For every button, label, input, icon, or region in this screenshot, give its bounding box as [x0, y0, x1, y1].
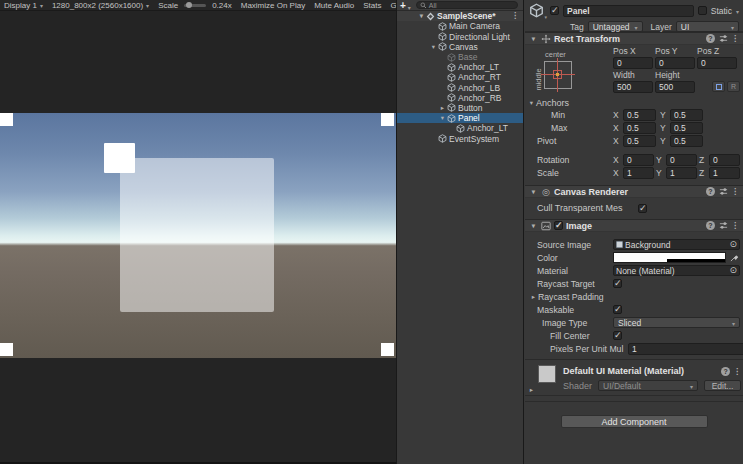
foldout-icon[interactable]	[529, 293, 538, 301]
anchors-foldout[interactable]: Anchors	[525, 97, 743, 108]
hierarchy-item-panel-selected[interactable]: Panel	[397, 113, 523, 123]
pos-y-field[interactable]	[655, 57, 695, 69]
material-object-field[interactable]: None (Material)	[613, 265, 740, 276]
gameobject-icon[interactable]: ▾	[529, 3, 546, 18]
component-menu-icon[interactable]	[731, 221, 739, 230]
width-field[interactable]	[613, 81, 653, 93]
hierarchy-search-input[interactable]: All	[416, 1, 518, 9]
foldout-icon[interactable]	[429, 43, 438, 51]
foldout-icon[interactable]	[417, 12, 426, 20]
rotation-y-field[interactable]	[666, 154, 697, 166]
raw-edit-mode-button[interactable]: R	[727, 81, 740, 92]
hierarchy-item-anchor-lt[interactable]: Anchor_LT	[397, 62, 523, 72]
display-dropdown[interactable]: Display 1	[4, 1, 43, 10]
hierarchy-item-canvas[interactable]: Canvas	[397, 42, 523, 52]
game-render-frame	[0, 113, 396, 358]
hierarchy-item-main-camera[interactable]: Main Camera	[397, 21, 523, 31]
material-title: Default UI Material (Material)	[563, 366, 718, 376]
maximize-on-play-button[interactable]: Maximize On Play	[241, 1, 305, 10]
mute-audio-button[interactable]: Mute Audio	[314, 1, 354, 10]
hierarchy-item-button[interactable]: Button	[397, 103, 523, 113]
blueprint-mode-button[interactable]	[712, 81, 725, 92]
fill-center-checkbox[interactable]	[613, 331, 622, 340]
resolution-dropdown[interactable]: 1280_800x2 (2560x1600)	[52, 1, 149, 10]
help-icon[interactable]	[706, 221, 715, 230]
add-component-button[interactable]: Add Component	[561, 415, 708, 428]
hierarchy-item-anchor-rb[interactable]: Anchor_RB	[397, 93, 523, 103]
scale-slider-knob[interactable]	[186, 2, 192, 8]
hierarchy-scene-row[interactable]: SampleScene*	[397, 11, 523, 21]
help-icon[interactable]	[721, 367, 730, 376]
anchor-max-y-field[interactable]	[670, 122, 703, 134]
object-picker-icon[interactable]	[729, 266, 737, 275]
rotation-z-field[interactable]	[709, 154, 740, 166]
anchor-lb-image	[0, 343, 13, 356]
hierarchy-item-anchor-rt[interactable]: Anchor_RT	[397, 72, 523, 82]
create-button[interactable]: +	[400, 1, 406, 10]
scale-z-field[interactable]	[709, 167, 740, 179]
tag-dropdown[interactable]: Untagged	[588, 21, 643, 32]
scale-y-field[interactable]	[666, 167, 697, 179]
shader-dropdown[interactable]: UI/Default	[598, 380, 698, 391]
component-menu-icon[interactable]	[731, 34, 739, 43]
scene-menu-icon[interactable]	[511, 11, 519, 20]
color-swatch[interactable]	[613, 252, 726, 263]
maskable-checkbox[interactable]	[613, 305, 622, 314]
static-dropdown-icon[interactable]	[736, 6, 739, 16]
anchor-max-x-field[interactable]	[623, 122, 656, 134]
pivot-y-field[interactable]	[670, 135, 703, 147]
pivot-x-field[interactable]	[623, 135, 656, 147]
active-checkbox[interactable]	[550, 6, 559, 15]
object-picker-icon[interactable]	[729, 240, 737, 249]
pos-x-field[interactable]	[613, 57, 653, 69]
source-image-object-field[interactable]: Background	[613, 239, 740, 250]
name-field[interactable]	[563, 5, 694, 17]
layer-dropdown[interactable]: UI	[676, 21, 739, 32]
min-label: Min	[551, 110, 613, 120]
scale-x-field[interactable]	[623, 167, 654, 179]
image-enabled-checkbox[interactable]	[554, 221, 563, 230]
foldout-icon[interactable]	[527, 386, 536, 394]
foldout-icon[interactable]	[529, 35, 538, 43]
scale-slider[interactable]	[184, 4, 206, 7]
help-icon[interactable]	[706, 34, 715, 43]
hierarchy-item-base[interactable]: Base	[397, 52, 523, 62]
gameobject-cube-icon	[447, 63, 456, 72]
pos-z-field[interactable]	[697, 57, 737, 69]
foldout-icon[interactable]	[438, 104, 447, 112]
stats-button[interactable]: Stats	[363, 1, 381, 10]
material-menu-icon[interactable]	[733, 367, 741, 376]
anchor-min-x-field[interactable]	[623, 109, 656, 121]
component-title: Canvas Renderer	[554, 187, 703, 197]
material-thumbnail[interactable]	[538, 365, 556, 383]
fill-center-label: Fill Center	[550, 331, 613, 341]
foldout-icon[interactable]	[529, 222, 538, 230]
cull-transparent-mesh-checkbox[interactable]	[638, 204, 647, 213]
pixels-per-unit-field[interactable]	[628, 343, 743, 355]
edit-material-button[interactable]: Edit...	[704, 380, 741, 391]
image-type-dropdown[interactable]: Sliced	[613, 317, 740, 328]
presets-icon[interactable]	[718, 187, 728, 197]
foldout-icon[interactable]	[438, 114, 447, 122]
raycast-target-checkbox[interactable]	[613, 279, 622, 288]
anchor-min-y-field[interactable]	[670, 109, 703, 121]
eyedropper-icon[interactable]	[728, 253, 740, 262]
hierarchy-item-eventsystem[interactable]: EventSystem	[397, 133, 523, 143]
static-checkbox[interactable]	[698, 6, 707, 15]
item-label: Canvas	[449, 42, 478, 52]
foldout-icon[interactable]	[529, 188, 538, 196]
height-field[interactable]	[655, 81, 695, 93]
image-header[interactable]: Image	[525, 219, 743, 232]
rect-transform-header[interactable]: Rect Transform	[525, 32, 743, 45]
hierarchy-item-directional-light[interactable]: Directional Light	[397, 32, 523, 42]
help-icon[interactable]	[706, 187, 715, 196]
canvas-renderer-header[interactable]: ◎ Canvas Renderer	[525, 185, 743, 198]
presets-icon[interactable]	[718, 34, 728, 44]
component-menu-icon[interactable]	[731, 187, 739, 196]
presets-icon[interactable]	[718, 221, 728, 231]
z-prefix: Z	[699, 168, 707, 178]
hierarchy-item-panel-anchor-lt[interactable]: Anchor_LT	[397, 123, 523, 133]
anchor-preset-widget[interactable]	[544, 61, 572, 89]
hierarchy-item-anchor-lb[interactable]: Anchor_LB	[397, 83, 523, 93]
rotation-x-field[interactable]	[623, 154, 654, 166]
